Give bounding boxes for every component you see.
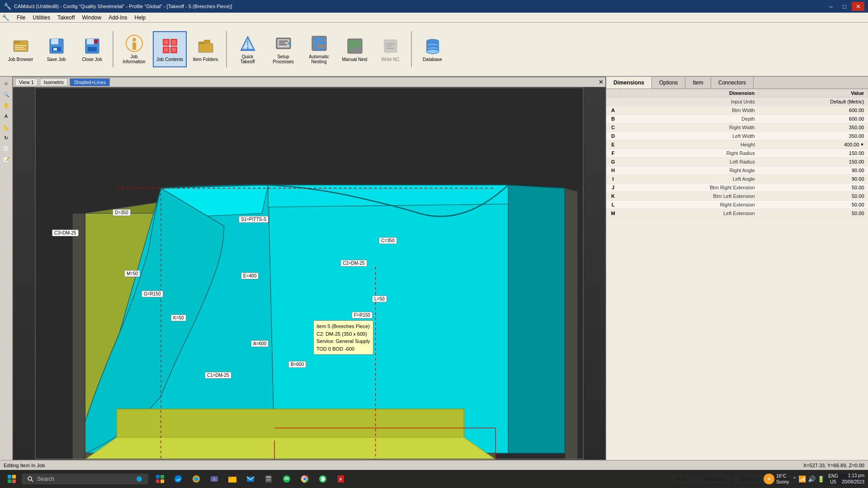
tooltip-line4: TOD 0 BOD -600 [316,345,370,353]
database-icon [424,37,442,55]
menu-utilities[interactable]: Utilities [29,14,54,22]
dim-value-a: 600.00 [759,106,868,115]
minimize-button[interactable]: – [825,2,837,11]
taskbar-mail[interactable] [242,471,259,487]
taskbar-spotify[interactable] [278,471,295,487]
dim-key-e: E [606,141,620,149]
taskbar-file-manager[interactable] [224,471,241,487]
tab-shaded[interactable]: Shaded+Lines [70,78,110,86]
svg-rect-102 [266,476,271,478]
menu-addins[interactable]: Add-Ins [105,14,131,22]
app-icon: 🔧 [4,3,11,10]
dimension-row-c: CRight Width350.00 [606,123,868,132]
battery-icon[interactable]: 🔋 [817,476,825,483]
menu-window[interactable]: Window [79,14,105,22]
svg-text:F: F [340,477,342,482]
tool-text[interactable]: A [1,111,11,121]
tab-options[interactable]: Options [652,77,685,89]
weather-icon: ☀ [764,474,774,484]
viewport: View 1 Isometric Shaded+Lines ✕ [13,77,606,460]
svg-point-108 [303,478,306,480]
save-job-icon [47,37,66,55]
label-b600: B=600 [288,361,306,368]
taskbar-whatsapp[interactable] [315,471,331,487]
menu-file[interactable]: File [13,14,29,22]
svg-rect-21 [164,40,168,44]
tool-annotation[interactable]: 📝 [1,155,11,164]
toolbar-sep-3 [411,31,412,67]
dim-value-l: 50.00 [759,201,868,209]
tool-rotate[interactable]: ↻ [1,133,11,143]
svg-point-95 [194,477,198,481]
taskbar-search[interactable]: Search [22,474,148,484]
item-folders-icon [197,37,215,55]
clock[interactable]: 1:13 pm 20/08/2023 [842,473,864,485]
write-nc-button[interactable]: Write NC [373,31,407,67]
network-icon[interactable]: 📶 [798,475,806,483]
tab-item[interactable]: Item [685,77,711,89]
automatic-nesting-button[interactable]: AutomaticNesting [302,31,336,67]
window-controls[interactable]: – □ ✕ [825,2,864,11]
dimension-row-e: EHeight400.00▼ [606,141,868,149]
taskbar-teams[interactable]: T [206,471,222,487]
locale-lang: ENG [828,473,838,479]
tool-pan[interactable]: ✋ [1,100,11,110]
svg-marker-74 [117,409,464,441]
toolbar-sep-1 [113,31,113,67]
tab-isometric[interactable]: Isometric [40,78,68,86]
quick-takeoff-button[interactable]: QuickTakeoff [231,31,264,67]
col-dimension-header: Dimension [620,89,759,98]
taskbar-chrome[interactable] [297,471,313,487]
svg-point-89 [137,476,142,482]
tool-wireframe[interactable]: ⬜ [1,144,11,154]
tool-zoom[interactable]: 🔍 [1,89,11,99]
dimension-row-g: GLeft Radius150.00 [606,158,868,166]
chevron-up-icon[interactable]: ⌃ [793,476,797,482]
job-contents-button[interactable]: Job Contents [153,31,187,67]
tool-select[interactable]: ⊹ [1,79,11,89]
svg-marker-75 [85,437,495,460]
dim-key-g: G [606,158,620,166]
job-information-button[interactable]: JobInformation [117,31,151,67]
start-button[interactable] [4,471,20,487]
taskbar-firefox[interactable] [188,471,204,487]
save-job-button[interactable]: Save Job [39,31,73,67]
svg-rect-47 [349,45,353,50]
menu-takeoff[interactable]: Takeoff [54,14,78,22]
close-job-button[interactable]: Close Job [75,31,109,67]
tool-measure[interactable]: 📐 [1,122,11,132]
setup-processes-button[interactable]: SetupProcesses [266,31,300,67]
tab-view1[interactable]: View 1 [15,78,38,86]
maximize-button[interactable]: □ [838,2,851,11]
dim-value-e[interactable]: 400.00▼ [759,141,868,149]
menu-help[interactable]: Help [131,14,150,22]
dimensions-table: Dimension Value Input Units Default (Met… [606,89,868,460]
coordinates: X=527.33, Y=66.89, Z=0.00 [803,463,864,468]
taskbar-right: ☀ 16°C Sunny ⌃ 📶 🔊 🔋 ENG US 1:13 pm 20/0… [764,473,864,485]
item-folders-label: Item Folders [193,57,218,62]
volume-icon[interactable]: 🔊 [808,475,816,483]
tab-dimensions[interactable]: Dimensions [606,77,652,89]
status-bar: Editing Item In Job X=527.33, Y=66.89, Z… [0,460,868,470]
job-browser-button[interactable]: Job Browser [4,31,38,67]
taskbar-calculator[interactable] [260,471,277,487]
item-folders-button[interactable]: Item Folders [189,31,222,67]
viewport-close[interactable]: ✕ [599,79,604,85]
dim-dropdown-e[interactable]: 400.00▼ [762,142,864,147]
taskbar-widgets[interactable] [152,471,168,487]
database-button[interactable]: Database [415,31,449,67]
close-button[interactable]: ✕ [852,2,864,11]
main-content: ⊹ 🔍 ✋ A 📐 ↻ ⬜ 📝 View 1 Isometric Shaded+… [0,77,868,460]
manual-nest-button[interactable]: Manual Nest [338,31,372,67]
svg-text:T: T [213,478,216,482]
setup-processes-label: SetupProcesses [273,54,294,64]
dim-value-m: 50.00 [759,209,868,218]
manual-nest-label: Manual Nest [342,57,367,62]
tab-connectors[interactable]: Connectors [711,77,754,89]
save-job-label: Save Job [47,57,66,62]
statusbar-right: X=527.33, Y=66.89, Z=0.00 [803,463,864,468]
3d-scene[interactable]: D=350 C3=DM-25 M=50 G=R150 K=50 A=600 C1… [13,87,605,460]
svg-marker-72 [72,213,85,460]
taskbar-edge[interactable] [170,471,186,487]
taskbar-foxit[interactable]: F [333,471,349,487]
